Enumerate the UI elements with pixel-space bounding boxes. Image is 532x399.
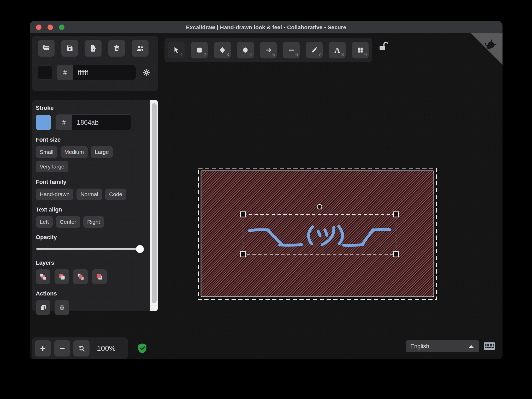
- encrypted-shield-icon: [137, 342, 148, 355]
- tool-ellipse[interactable]: 4: [237, 42, 254, 58]
- minus-icon: −: [59, 344, 65, 353]
- rotate-handle[interactable]: [317, 204, 322, 209]
- layers-label: Layers: [36, 259, 143, 266]
- canvas-background-input[interactable]: ffffff: [73, 65, 136, 80]
- open-file-button[interactable]: [38, 40, 55, 57]
- github-corner-ribbon[interactable]: [471, 33, 503, 65]
- bring-forward-button[interactable]: [73, 269, 88, 284]
- resize-handle-se[interactable]: [393, 252, 399, 257]
- tool-arrow[interactable]: 5: [260, 42, 277, 58]
- font-size-medium[interactable]: Medium: [61, 146, 88, 158]
- hash-prefix: #: [57, 65, 73, 80]
- canvas-background-swatch[interactable]: [38, 65, 52, 80]
- export-icon: [89, 44, 97, 52]
- tool-library[interactable]: 9: [352, 42, 369, 58]
- rectangle-element[interactable]: [201, 171, 434, 297]
- text-align-right[interactable]: Right: [83, 216, 104, 228]
- traffic-lights: [36, 25, 64, 30]
- text-align-label: Text align: [36, 206, 143, 213]
- opacity-slider-track[interactable]: [36, 248, 142, 250]
- stroke-color-swatch[interactable]: [36, 115, 51, 130]
- close-window-button[interactable]: [36, 25, 42, 30]
- send-to-back-button[interactable]: [36, 269, 50, 284]
- panel-scrollbar[interactable]: [150, 100, 158, 311]
- opacity-slider-thumb[interactable]: [136, 245, 144, 253]
- language-select[interactable]: English: [406, 340, 479, 352]
- send-backward-icon: [58, 273, 66, 281]
- gear-icon[interactable]: [142, 68, 151, 77]
- shortcut-label: 2: [204, 52, 206, 57]
- window-title: Excalidraw | Hand-drawn look & feel • Co…: [186, 24, 346, 31]
- font-size-very-large[interactable]: Very large: [36, 161, 68, 172]
- panel-scrollbar-thumb[interactable]: [152, 103, 157, 303]
- bring-forward-icon: [77, 273, 85, 281]
- font-size-label: Font size: [36, 136, 143, 143]
- bring-to-front-icon: [96, 273, 103, 281]
- opacity-slider[interactable]: [36, 245, 143, 253]
- zoom-level: 100%: [97, 344, 116, 353]
- resize-handle-sw[interactable]: [240, 252, 246, 257]
- shortcut-label: 6: [295, 52, 298, 57]
- minimize-window-button[interactable]: [48, 25, 53, 30]
- collaborators-button[interactable]: [132, 40, 149, 57]
- delete-button[interactable]: [55, 300, 69, 315]
- save-file-button[interactable]: [61, 40, 78, 57]
- excalidraw-window: Excalidraw | Hand-drawn look & feel • Co…: [30, 21, 503, 359]
- duplicate-icon: [39, 304, 47, 311]
- lock-open-icon[interactable]: [378, 41, 389, 52]
- font-family-hand-drawn[interactable]: Hand-drawn: [36, 189, 73, 200]
- arrow-icon: [264, 46, 272, 54]
- shortcut-label: 5: [273, 52, 275, 57]
- shape-toolbar: 1 2 3 4 5: [164, 38, 372, 62]
- delete-canvas-button[interactable]: [108, 40, 125, 57]
- stroke-hexfield: # 1864ab: [56, 114, 131, 130]
- shortcut-label: 1: [181, 52, 183, 57]
- opacity-label: Opacity: [36, 234, 143, 241]
- font-family-code[interactable]: Code: [105, 189, 126, 200]
- stroke-color-input[interactable]: 1864ab: [72, 115, 131, 130]
- tool-diamond[interactable]: 3: [214, 42, 231, 58]
- tool-selection[interactable]: 1: [168, 42, 185, 58]
- shortcut-label: 7: [318, 52, 321, 57]
- font-size-large[interactable]: Large: [91, 146, 113, 158]
- pencil-icon: [310, 46, 318, 54]
- font-size-small[interactable]: Small: [36, 146, 57, 158]
- text-tool-icon: A: [334, 46, 340, 54]
- trash-icon: [113, 44, 121, 52]
- canvas-background-hexfield: # ffffff: [57, 65, 136, 80]
- zoom-out-button[interactable]: −: [54, 340, 70, 356]
- tool-line[interactable]: 6: [283, 42, 300, 58]
- cursor-icon: [173, 46, 180, 54]
- shortcut-label: 8: [341, 52, 344, 57]
- font-family-label: Font family: [36, 179, 143, 185]
- zoom-in-button[interactable]: +: [35, 340, 51, 356]
- tool-rectangle[interactable]: 2: [191, 42, 208, 58]
- properties-panel: Stroke # 1864ab Font size Small Medium L…: [32, 100, 158, 311]
- chevron-up-icon: [468, 345, 474, 348]
- export-file-button[interactable]: [85, 40, 102, 57]
- bring-to-front-button[interactable]: [92, 269, 107, 284]
- shortcut-label: 3: [227, 52, 229, 57]
- resize-handle-nw[interactable]: [240, 212, 246, 217]
- language-value: English: [410, 343, 429, 350]
- shortcut-label: 9: [364, 52, 367, 57]
- maximize-window-button[interactable]: [59, 25, 64, 30]
- trash-icon: [58, 304, 66, 311]
- resize-handle-ne[interactable]: [393, 212, 399, 217]
- library-grid-icon: [356, 46, 364, 54]
- font-family-normal[interactable]: Normal: [76, 189, 102, 200]
- square-icon: [196, 46, 203, 54]
- folder-open-icon: [42, 44, 50, 52]
- text-align-left[interactable]: Left: [36, 216, 53, 228]
- circle-icon: [241, 46, 249, 54]
- titlebar: Excalidraw | Hand-drawn look & feel • Co…: [30, 21, 503, 33]
- keyboard-icon[interactable]: [483, 340, 496, 352]
- tool-text[interactable]: A 8: [329, 42, 346, 58]
- line-icon: [287, 46, 295, 54]
- zoom-reset-button[interactable]: [73, 340, 90, 356]
- text-align-center[interactable]: Center: [56, 216, 80, 228]
- send-backward-button[interactable]: [55, 269, 69, 284]
- tool-draw[interactable]: 7: [306, 42, 323, 58]
- duplicate-button[interactable]: [36, 300, 50, 315]
- floppy-disk-icon: [66, 44, 74, 52]
